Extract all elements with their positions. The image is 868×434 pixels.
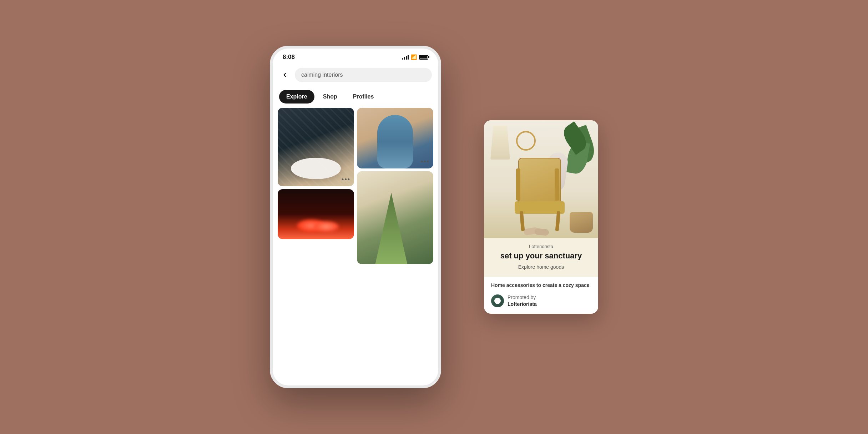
tab-explore[interactable]: Explore xyxy=(279,90,314,104)
ad-card-image xyxy=(484,120,598,238)
ad-card: Lofteriorista set up your sanctuary Expl… xyxy=(484,120,598,314)
search-query: calming interiors xyxy=(301,72,343,78)
promo-text: Promoted by Lofteriorista xyxy=(508,294,537,308)
status-bar: 8:08 📶 xyxy=(273,49,438,64)
tab-shop[interactable]: Shop xyxy=(316,90,344,104)
ad-title: set up your sanctuary xyxy=(491,251,591,261)
ad-description: Home accessories to create a cozy space xyxy=(484,277,598,291)
search-area: calming interiors xyxy=(273,64,438,87)
tabs-row: Explore Shop Profiles xyxy=(273,87,438,108)
promoted-by-name: Lofteriorista xyxy=(508,301,537,307)
pin-grid: ••• ••• xyxy=(273,108,438,385)
wifi-icon: 📶 xyxy=(411,54,417,60)
pin-woman[interactable]: ••• xyxy=(357,108,433,168)
back-button[interactable] xyxy=(279,69,291,81)
pin-red-lights[interactable] xyxy=(278,189,354,239)
tab-profiles[interactable]: Profiles xyxy=(346,90,381,104)
signal-icon xyxy=(402,55,409,60)
promo-avatar-inner xyxy=(494,298,501,304)
promoted-by-label: Promoted by xyxy=(508,294,536,300)
status-time: 8:08 xyxy=(283,54,295,61)
pin-options-icon[interactable]: ••• xyxy=(342,176,350,183)
pin-bathroom[interactable]: ••• xyxy=(278,108,354,186)
pin-plants[interactable] xyxy=(357,171,433,264)
scene: 8:08 📶 calmi xyxy=(270,46,598,388)
battery-icon xyxy=(419,55,428,60)
pin-options-icon-2[interactable]: ••• xyxy=(421,158,430,166)
pin-col-left: ••• xyxy=(278,108,354,385)
ad-card-body: Lofteriorista set up your sanctuary Expl… xyxy=(484,238,598,277)
search-input[interactable]: calming interiors xyxy=(295,68,432,82)
pin-col-right: ••• xyxy=(357,108,433,385)
ad-brand-name: Lofteriorista xyxy=(491,244,591,249)
promo-avatar xyxy=(491,294,504,307)
ad-promo-row: Promoted by Lofteriorista xyxy=(484,291,598,314)
status-icons: 📶 xyxy=(402,54,428,60)
phone-mockup: 8:08 📶 calmi xyxy=(270,46,441,388)
ad-cta[interactable]: Explore home goods xyxy=(491,264,591,270)
